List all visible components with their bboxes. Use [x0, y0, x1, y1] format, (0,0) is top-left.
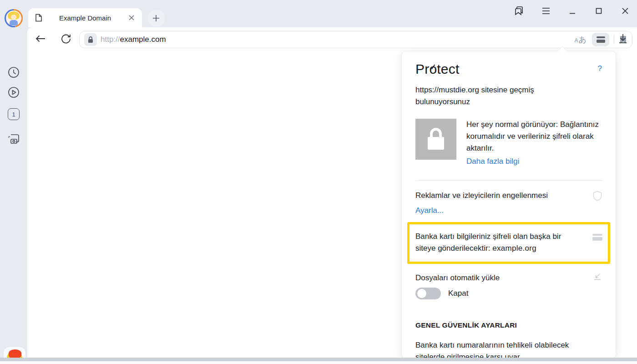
avatar-image [6, 10, 21, 26]
window-bottom-edge [0, 361, 637, 364]
protect-popup: Protect ? https://mustdie.org sitesine g… [401, 51, 616, 359]
address-bar[interactable]: http://example.com A あ [79, 31, 632, 48]
auto-download-label: Dosyaları otomatik yükle [415, 272, 500, 284]
panels-icon[interactable] [514, 5, 525, 16]
popup-divider [415, 180, 602, 181]
ads-block-label: Reklamlar ve izleyicilerin engellenmesi [415, 190, 548, 202]
sidebar: 1 [0, 27, 27, 358]
auto-download-icon [593, 273, 602, 284]
maximize-icon[interactable] [593, 5, 604, 16]
toolbar: http://example.com A あ [27, 27, 637, 50]
lock-tile-icon [415, 119, 456, 160]
tab-counter-icon[interactable]: 1 [5, 106, 22, 122]
close-icon[interactable] [620, 5, 631, 16]
protect-card-icon[interactable] [592, 33, 609, 46]
browser-window: Example Domain [0, 0, 637, 364]
site-lock-icon[interactable] [84, 33, 97, 46]
history-icon[interactable] [5, 64, 22, 81]
visit-status-text: https://mustdie.org sitesine geçmiş bulu… [415, 84, 566, 108]
page-document-icon [34, 13, 44, 23]
minimize-icon[interactable] [567, 5, 578, 16]
card-icon [592, 234, 602, 254]
shield-icon [593, 191, 602, 203]
help-link[interactable]: ? [598, 64, 602, 73]
tab-close-icon[interactable] [126, 13, 136, 23]
card-warning-text: Banka kartı bilgileriniz şifreli olan ba… [415, 231, 579, 254]
configure-link[interactable]: Ayarla... [415, 205, 444, 217]
tab-count: 1 [8, 108, 20, 120]
tab-example-domain[interactable]: Example Domain [28, 8, 142, 27]
media-play-icon[interactable] [5, 84, 22, 101]
url-text: http://example.com [101, 35, 166, 44]
warning-domain: example.org [492, 244, 536, 253]
url-scheme: http:// [101, 35, 120, 44]
url-host: example.com [120, 35, 166, 44]
refresh-icon[interactable] [60, 33, 72, 45]
window-bottom-frame [0, 358, 637, 361]
downloads-icon[interactable] [617, 33, 629, 45]
new-tab-button[interactable] [147, 10, 165, 27]
profile-avatar[interactable] [5, 9, 23, 27]
titlebar: Example Domain [0, 0, 637, 27]
security-section-heading: GENEL GÜVENLİK AYARLARI [415, 321, 602, 329]
menu-icon[interactable] [541, 5, 551, 16]
popup-title: Protect [415, 61, 459, 77]
screenshot-icon[interactable] [5, 131, 22, 147]
auto-download-toggle[interactable] [415, 288, 441, 299]
toggle-state-label: Kapat [448, 288, 468, 299]
connection-status-text: Her şey normal görünüyor: Bağlantınız ko… [466, 119, 603, 154]
card-warning-highlight: Banka kartı bilgileriniz şifreli olan ba… [407, 222, 610, 264]
translate-icon[interactable]: A あ [574, 35, 587, 44]
card-number-warning-text: Banka kartı numaralarının tehlikeli olab… [415, 339, 588, 359]
addressbar-separator [614, 35, 614, 44]
tab-title: Example Domain [44, 14, 126, 22]
back-icon[interactable] [35, 33, 46, 45]
more-info-link[interactable]: Daha fazla bilgi [466, 156, 519, 167]
